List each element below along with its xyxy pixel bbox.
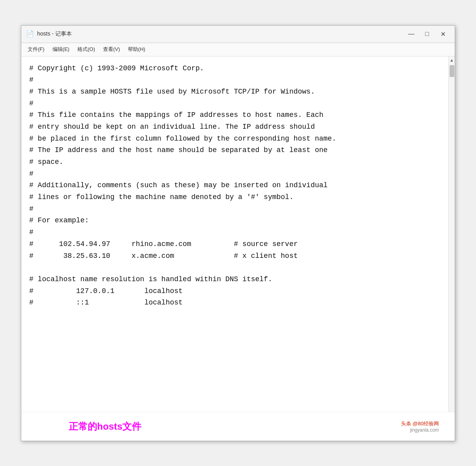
scroll-up-arrow[interactable]: ▲ <box>449 57 455 64</box>
normal-hosts-label: 正常的hosts文件 <box>69 420 141 433</box>
title-bar: 📄 hosts - 记事本 — □ ✕ <box>21 26 455 43</box>
app-icon: 📄 <box>26 30 34 38</box>
window-controls: — □ ✕ <box>404 28 450 39</box>
close-button[interactable]: ✕ <box>436 28 450 39</box>
title-bar-left: 📄 hosts - 记事本 <box>26 30 72 38</box>
text-editor[interactable]: # Copyright (c) 1993-2009 Microsoft Corp… <box>21 56 448 412</box>
menu-file[interactable]: 文件(F) <box>24 44 49 54</box>
scrollbar[interactable]: ▲ <box>448 56 455 412</box>
content-area: # Copyright (c) 1993-2009 Microsoft Corp… <box>21 56 455 412</box>
watermark: 头条 @80经验网 jingyanla.com <box>401 420 439 433</box>
notepad-window: 📄 hosts - 记事本 — □ ✕ 文件(F) 编辑(E) 格式(O) 查看… <box>21 25 455 441</box>
bottom-area: 正常的hosts文件 头条 @80经验网 jingyanla.com <box>21 412 455 441</box>
menu-format[interactable]: 格式(O) <box>73 44 99 54</box>
menu-view[interactable]: 查看(V) <box>99 44 124 54</box>
scroll-thumb[interactable] <box>450 65 454 77</box>
menu-bar: 文件(F) 编辑(E) 格式(O) 查看(V) 帮助(H) <box>21 43 455 56</box>
watermark-line2: jingyanla.com <box>410 427 439 433</box>
menu-help[interactable]: 帮助(H) <box>124 44 149 54</box>
maximize-button[interactable]: □ <box>420 28 434 39</box>
menu-edit[interactable]: 编辑(E) <box>49 44 73 54</box>
watermark-line1: 头条 @80经验网 <box>401 420 439 427</box>
window-title: hosts - 记事本 <box>37 30 72 38</box>
minimize-button[interactable]: — <box>404 28 418 39</box>
